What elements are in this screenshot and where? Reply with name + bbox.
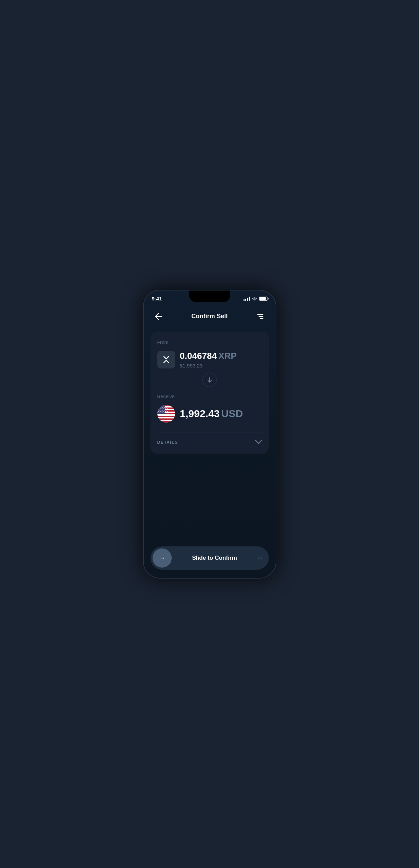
chevron-down-icon bbox=[255, 439, 262, 445]
receive-section: Receive bbox=[157, 394, 262, 423]
receive-ticker: USD bbox=[221, 408, 243, 419]
status-time: 9:41 bbox=[152, 296, 162, 301]
from-ticker-xrp: XRP bbox=[218, 351, 236, 361]
slide-arrow-icon: → bbox=[159, 554, 166, 562]
battery-icon bbox=[259, 297, 267, 301]
from-label: From bbox=[157, 340, 262, 345]
phone-screen: 9:41 bbox=[144, 290, 276, 578]
slide-circle: → bbox=[153, 548, 172, 568]
svg-text:★ ★ ★ ★ ★: ★ ★ ★ ★ ★ bbox=[159, 412, 167, 414]
status-icons bbox=[244, 296, 267, 301]
from-section: From 0.046784 XRP bbox=[157, 340, 262, 368]
from-currency-row: 0.046784 XRP $1,993.23 bbox=[157, 351, 262, 368]
back-button[interactable] bbox=[152, 310, 166, 323]
slide-chevrons-icon: › › bbox=[258, 555, 267, 561]
slide-container: → Slide to Confirm › › bbox=[144, 541, 276, 578]
nav-header: Confirm Sell bbox=[144, 306, 276, 329]
usd-flag-icon: ★ ★ ★ ★ ★ ★ ★ ★ ★ ★ ★ ★ ★ ★ ★ ★ ★ ★ ★ ★ … bbox=[157, 405, 175, 423]
svg-rect-7 bbox=[157, 414, 175, 416]
receive-amount-info: 1,992.43 USD bbox=[180, 408, 243, 419]
page-title: Confirm Sell bbox=[191, 313, 227, 320]
receive-label: Receive bbox=[157, 394, 262, 399]
phone-frame: 9:41 bbox=[143, 290, 276, 579]
slide-text: Slide to Confirm bbox=[172, 555, 258, 561]
receive-currency-row: ★ ★ ★ ★ ★ ★ ★ ★ ★ ★ ★ ★ ★ ★ ★ ★ ★ ★ ★ ★ … bbox=[157, 405, 262, 423]
svg-rect-9 bbox=[157, 420, 175, 421]
from-usd-value: $1,993.23 bbox=[180, 363, 237, 368]
swap-direction-divider bbox=[157, 373, 262, 387]
details-label: DETAILS bbox=[157, 440, 178, 445]
svg-rect-8 bbox=[157, 417, 175, 418]
slide-to-confirm-button[interactable]: → Slide to Confirm › › bbox=[150, 546, 269, 570]
main-content: From 0.046784 XRP bbox=[144, 329, 276, 541]
xrp-icon bbox=[157, 351, 175, 368]
wifi-icon bbox=[252, 296, 257, 301]
details-toggle[interactable]: DETAILS bbox=[157, 439, 262, 445]
from-amount: 0.046784 bbox=[180, 351, 217, 361]
menu-dots-icon bbox=[257, 314, 263, 319]
from-amount-info: 0.046784 XRP $1,993.23 bbox=[180, 351, 237, 368]
receive-amount: 1,992.43 bbox=[180, 408, 220, 419]
content-spacer bbox=[150, 454, 269, 538]
signal-icon bbox=[244, 297, 250, 301]
transaction-card: From 0.046784 XRP bbox=[150, 332, 269, 454]
details-section: DETAILS bbox=[157, 432, 262, 445]
down-arrow-icon bbox=[202, 373, 217, 387]
notch bbox=[189, 290, 230, 302]
menu-button[interactable] bbox=[253, 310, 267, 323]
